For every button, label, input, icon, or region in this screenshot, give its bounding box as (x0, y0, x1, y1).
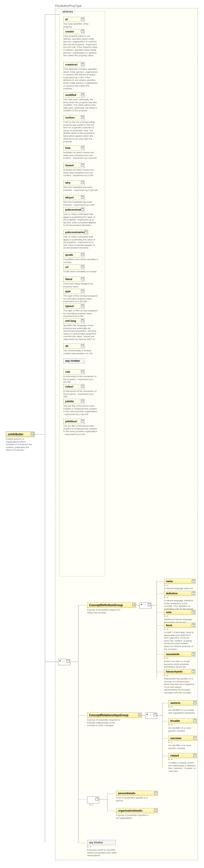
expand-icon[interactable]: + (81, 196, 84, 199)
expand-icon[interactable]: + (81, 277, 84, 280)
concept-definition-group[interactable]: ConceptDefinitionGroup − (87, 602, 136, 608)
expand-icon[interactable]: + (81, 181, 84, 184)
attr-box[interactable]: roleuri+ (63, 384, 85, 389)
attr-box[interactable]: modified+ (63, 92, 85, 98)
element-box[interactable]: name+ (164, 579, 196, 584)
expand-icon[interactable]: + (81, 164, 84, 166)
attr-jobtitle: jobtitle+The job title of the person who… (63, 399, 98, 415)
expand-icon[interactable]: + (81, 319, 84, 322)
expand-icon[interactable]: + (154, 809, 157, 812)
choice-compositor[interactable]: − (87, 797, 99, 803)
expand-icon[interactable]: + (81, 400, 84, 403)
expand-icon[interactable]: + (84, 230, 87, 234)
element-box[interactable]: organisationDetails+ (116, 808, 158, 813)
expand-icon[interactable]: + (192, 670, 195, 673)
element-box[interactable]: narrower+ (168, 736, 197, 741)
attr-box[interactable]: jobtitleuri+ (63, 419, 85, 424)
expand-icon[interactable]: + (81, 146, 84, 149)
expand-icon[interactable]: + (81, 304, 84, 307)
expand-icon[interactable]: + (81, 116, 84, 119)
attr-box[interactable]: role+ (63, 369, 85, 374)
attr-desc: The date (and, optionally, the time) whe… (63, 98, 98, 112)
expand-icon[interactable]: + (193, 701, 196, 704)
attr-box[interactable]: type+ (63, 289, 85, 294)
attr-why: why+Why the metadata has been included -… (63, 180, 98, 191)
attr-box[interactable]: literal+ (63, 277, 85, 282)
expand-icon[interactable]: − (138, 713, 141, 716)
expand-icon[interactable]: + (192, 611, 195, 613)
attr-type: type+The type of the concept assigned as… (63, 289, 98, 303)
attr-desc: Why the metadata has been included - exp… (63, 201, 98, 206)
attr-box[interactable]: creator+ (63, 29, 85, 34)
element-box[interactable]: broader+ (168, 718, 197, 723)
cdef-sequence[interactable]: − (139, 602, 151, 609)
expand-icon[interactable]: + (192, 592, 195, 595)
attr-box[interactable]: howuri+ (63, 163, 85, 168)
attr-box[interactable]: jobtitle+ (63, 399, 85, 404)
cdef-child-remoteInfo: remoteInfo+0..∞A link to an item or a we… (164, 652, 196, 671)
attr-box[interactable]: pubconstrainturi+ (63, 230, 88, 235)
expand-icon[interactable]: + (81, 290, 84, 292)
expand-icon[interactable]: + (192, 624, 195, 626)
attr-box[interactable]: dir+ (63, 343, 85, 349)
el-desc: An identifier of a concept with equivale… (168, 709, 196, 714)
contributor-element[interactable]: contributor − (6, 432, 34, 437)
attr-box[interactable]: creatoruri+ (63, 62, 85, 67)
expand-icon[interactable]: + (81, 18, 84, 21)
expand-icon[interactable]: + (81, 385, 84, 388)
expand-icon[interactable]: + (81, 208, 84, 211)
attr-custom: custom+If set to true the corresponding … (63, 115, 98, 143)
attr-typeuri: typeuri+The type of the concept assigned… (63, 304, 98, 318)
expand-icon[interactable]: + (81, 253, 84, 256)
expand-icon[interactable]: + (81, 30, 84, 33)
attr-box[interactable]: qcode+ (63, 252, 85, 257)
element-box[interactable]: personDetails+ (116, 791, 158, 796)
element-box[interactable]: sameAs+ (168, 700, 197, 706)
expand-icon[interactable]: + (192, 580, 195, 583)
expand-icon[interactable]: − (31, 432, 34, 435)
expand-icon[interactable]: + (81, 93, 84, 96)
element-box[interactable]: related+ (168, 753, 197, 758)
el-desc: An identifier of a more specific concept… (168, 744, 196, 749)
element-box[interactable]: facet+ (164, 623, 196, 628)
attr-box[interactable]: uri+ (63, 265, 85, 270)
concept-relationships-group[interactable]: ConceptRelationshipsGroup − (87, 712, 142, 718)
el-name: facet (166, 624, 172, 627)
attr-desc: Indicates by which means the value was e… (63, 168, 98, 177)
attr-box[interactable]: id+ (63, 17, 85, 22)
attr-box[interactable]: why+ (63, 180, 85, 185)
attr-box[interactable]: pubconstraint+ (63, 207, 85, 212)
attr-box[interactable]: typeuri+ (63, 304, 85, 309)
attr-desc: If the property value is not defined, sp… (63, 35, 98, 57)
sequence-compositor[interactable]: − (58, 659, 70, 665)
crel-child-sameAs: sameAs+0..∞An identifier of a concept wi… (168, 700, 197, 714)
attr-box[interactable]: any ##other (63, 358, 85, 364)
attr-box[interactable]: custom+ (63, 115, 85, 120)
element-box[interactable]: definition+ (164, 591, 196, 596)
element-box[interactable]: remoteInfo+ (164, 652, 196, 657)
attr-name: typeuri (65, 305, 74, 308)
el-name: broader (170, 719, 180, 722)
expand-icon[interactable]: + (192, 653, 195, 655)
element-box[interactable]: hierarchyInfo+ (164, 669, 196, 674)
expand-icon[interactable]: − (132, 603, 135, 606)
choice-child-personDetails: personDetails+A set of properties specif… (116, 791, 158, 802)
expand-icon[interactable]: + (193, 719, 196, 722)
el-card: 0..∞ (168, 741, 197, 743)
expand-icon[interactable]: + (81, 344, 84, 347)
expand-icon[interactable]: + (154, 792, 157, 795)
element-box[interactable]: note+ (164, 610, 196, 615)
attr-box[interactable]: whyuri+ (63, 195, 85, 200)
el-desc: An identifier of a more generic concept. (168, 727, 196, 732)
expand-icon[interactable]: + (81, 265, 84, 268)
wildcard-any[interactable]: any ##other (87, 840, 116, 845)
expand-icon[interactable]: + (81, 63, 84, 66)
attr-desc: Why the metadata has been included - exp… (63, 186, 98, 191)
expand-icon[interactable]: + (193, 737, 196, 739)
crel-sequence[interactable]: − (145, 712, 157, 719)
attr-box[interactable]: xml:lang+ (63, 318, 85, 323)
attr-box[interactable]: how+ (63, 145, 85, 151)
expand-icon[interactable]: + (81, 370, 84, 373)
expand-icon[interactable]: + (193, 754, 196, 757)
expand-icon[interactable]: + (81, 420, 84, 423)
